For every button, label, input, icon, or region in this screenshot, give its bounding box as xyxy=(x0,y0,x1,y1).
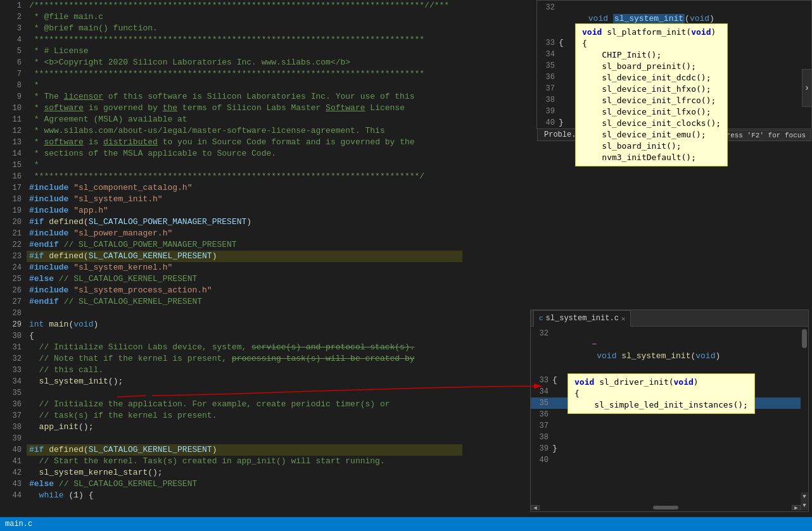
panel-line-37: 37 xyxy=(531,420,808,432)
table-row: 27 #endif // SL_CATALOG_KERNEL_PRESENT xyxy=(0,296,462,308)
table-row: 23 #if defined(SL_CATALOG_KERNEL_PRESENT… xyxy=(0,251,462,262)
line-number: 40 xyxy=(533,454,552,466)
line-content: #if defined(SL_CATALOG_POWER_MANAGER_PRE… xyxy=(27,216,462,228)
table-row: 36 // Initialize the application. For ex… xyxy=(0,399,462,410)
line-content: ****************************************… xyxy=(27,171,462,182)
line-content: #endif // SL_CATALOG_KERNEL_PRESENT xyxy=(27,296,462,308)
table-row: 34 sl_system_init(); xyxy=(0,376,462,387)
line-number: 3 xyxy=(0,23,27,34)
table-row: 9 * The licensor of this software is Sil… xyxy=(0,91,462,103)
line-number: 9 xyxy=(0,91,27,103)
line-number: 11 xyxy=(0,114,27,125)
line-number: 14 xyxy=(0,148,27,159)
line-number: 39 xyxy=(533,443,552,454)
code-area: 1 /*************************************… xyxy=(0,0,462,531)
line-number: 44 xyxy=(0,490,27,501)
line-number: 36 xyxy=(0,399,27,410)
line-content: } xyxy=(552,443,557,454)
table-row: 1 /*************************************… xyxy=(0,0,462,11)
line-number: 32 xyxy=(540,2,559,36)
line-number: 42 xyxy=(0,467,27,478)
tab-close-button[interactable]: ✕ xyxy=(621,315,626,323)
line-content: * @brief main() function. xyxy=(27,23,462,34)
table-row: 16 *************************************… xyxy=(0,171,462,182)
scroll-left-panel[interactable]: ◀ xyxy=(531,505,540,510)
status-bar: main.c xyxy=(0,517,812,531)
line-number: 6 xyxy=(0,57,27,68)
table-row: 18 #include "sl_system_init.h" xyxy=(0,194,462,205)
line-number: 24 xyxy=(0,262,27,273)
popup-line-content xyxy=(559,106,564,117)
line-number: 16 xyxy=(0,171,27,182)
line-content: #if defined(SL_CATALOG_KERNEL_PRESENT) xyxy=(27,444,462,456)
table-row: 17 #include "sl_component_catalog.h" xyxy=(0,182,462,194)
line-content: /***************************************… xyxy=(27,0,462,11)
table-row: 3 * @brief main() function. xyxy=(0,23,462,34)
vertical-scrollbar[interactable]: ▼ ▼ xyxy=(801,327,808,511)
line-number: 20 xyxy=(0,216,27,228)
table-row: 31 // Initialize Silicon Labs device, sy… xyxy=(0,342,462,353)
driver-init-hover-tooltip: void sl_driver_init(void) { sl_simple_le… xyxy=(568,373,755,414)
line-number: 33 xyxy=(533,375,552,386)
line-content xyxy=(552,454,557,466)
scroll-end-button[interactable]: ▼ xyxy=(801,501,808,510)
scroll-right-panel[interactable]: ▶ xyxy=(792,505,801,510)
scroll-right-button[interactable]: › xyxy=(802,69,812,107)
line-content: * sections of the MSLA applicable to Sou… xyxy=(27,148,462,159)
table-row: 30 { xyxy=(0,330,462,342)
line-number: 37 xyxy=(0,410,27,422)
table-row: 25 #else // SL_CATALOG_KERNEL_PRESENT xyxy=(0,273,462,285)
line-number: 38 xyxy=(540,94,559,106)
c-file-icon: c xyxy=(539,315,543,322)
table-row: 12 * www.silabs.com/about-us/legal/maste… xyxy=(0,125,462,137)
line-number: 39 xyxy=(0,433,27,444)
line-content: // Initialize Silicon Labs device, syste… xyxy=(27,342,462,353)
line-content: ****************************************… xyxy=(27,68,462,80)
panel-line-39: 39 } xyxy=(531,443,808,454)
table-row: 26 #include "sl_system_process_action.h" xyxy=(0,285,462,296)
table-row: 29 int main(void) xyxy=(0,319,462,330)
line-content: * software is distributed to you in Sour… xyxy=(27,137,462,148)
line-content: #include "app.h" xyxy=(27,205,462,216)
line-number: 12 xyxy=(0,125,27,137)
line-content: // Note that if the kernel is present, p… xyxy=(27,353,462,365)
line-content: { xyxy=(27,330,462,342)
popup-line-content xyxy=(559,60,564,72)
horizontal-scrollbar-panel[interactable]: ◀ ▶ xyxy=(531,504,801,511)
table-row: 8 * xyxy=(0,80,462,91)
main-editor[interactable]: 1 /*************************************… xyxy=(0,0,462,531)
sl-system-init-panel[interactable]: c sl_system_init.c ✕ 32 − void sl_system… xyxy=(530,309,809,512)
line-content: #if defined(SL_CATALOG_KERNEL_PRESENT) xyxy=(27,251,462,262)
table-row: 32 // Note that if the kernel is present… xyxy=(0,353,462,365)
status-text: main.c xyxy=(5,520,32,528)
table-row: 39 xyxy=(0,433,462,444)
table-row: 2 * @file main.c xyxy=(0,11,462,23)
line-number: 36 xyxy=(533,409,552,420)
line-number: 18 xyxy=(0,194,27,205)
line-content: − void sl_system_init(void) xyxy=(552,328,720,373)
line-content: sl_system_kernel_start(); xyxy=(27,467,462,478)
table-row: 20 #if defined(SL_CATALOG_POWER_MANAGER_… xyxy=(0,216,462,228)
table-row: 7 **************************************… xyxy=(0,68,462,80)
line-number: 34 xyxy=(540,49,559,60)
line-content: #include "sl_component_catalog.h" xyxy=(27,182,462,194)
line-number: 1 xyxy=(0,0,27,11)
table-row: 10 * software is governed by the terms o… xyxy=(0,103,462,114)
popup-line-content xyxy=(559,94,564,106)
line-number: 34 xyxy=(533,386,552,397)
line-content: * # License xyxy=(27,46,462,57)
panel-line-38: 38 xyxy=(531,432,808,443)
table-row: 19 #include "app.h" xyxy=(0,205,462,216)
line-number: 4 xyxy=(0,34,27,46)
sl-system-init-tab[interactable]: c sl_system_init.c ✕ xyxy=(533,310,631,327)
popup-line-content: { xyxy=(559,37,564,49)
line-content: #include "sl_system_kernel.h" xyxy=(27,262,462,273)
line-content: ****************************************… xyxy=(27,34,462,46)
hover-popup-top: 32 void sl_system_init(void) 33 { 34 sl_… xyxy=(536,0,812,129)
table-row: 21 #include "sl_power_manager.h" xyxy=(0,228,462,239)
line-number: 38 xyxy=(533,432,552,443)
scroll-down-button[interactable]: ▼ xyxy=(801,492,808,501)
line-number: 29 xyxy=(0,319,27,330)
line-number: 37 xyxy=(533,420,552,432)
panel-line-32: 32 − void sl_system_init(void) xyxy=(531,327,808,375)
